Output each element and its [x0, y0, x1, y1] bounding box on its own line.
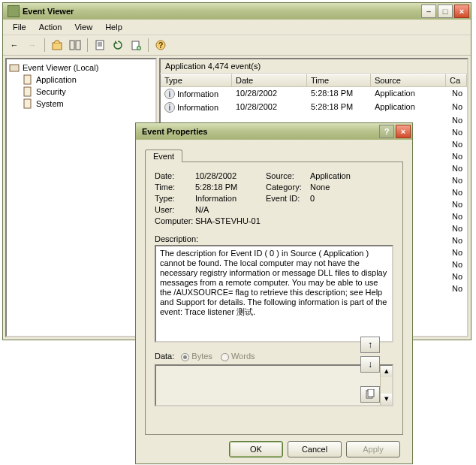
log-icon	[23, 86, 33, 97]
svg-rect-8	[10, 65, 19, 71]
radio-bytes[interactable]	[181, 353, 189, 361]
label-computer: Computer:	[155, 216, 192, 225]
copy-button[interactable]	[360, 386, 380, 403]
svg-rect-9	[24, 75, 31, 84]
tree-root[interactable]: Event Viewer (Local)	[9, 62, 153, 74]
label-source: Source:	[266, 171, 307, 180]
info-icon: i	[164, 102, 175, 113]
tree-item-system[interactable]: System	[23, 98, 153, 110]
properties-button[interactable]	[92, 37, 108, 53]
log-icon	[23, 98, 33, 109]
value-type: Information	[195, 194, 263, 203]
menu-file[interactable]: File	[8, 21, 32, 33]
data-box[interactable]: ▴ ▾	[155, 364, 393, 406]
col-source[interactable]: Source	[371, 74, 446, 87]
table-row[interactable]: iInformation10/28/20025:28:18 PMApplicat…	[161, 101, 467, 114]
svg-rect-10	[24, 87, 31, 96]
tree-pane[interactable]: Event Viewer (Local) Application Securit…	[5, 58, 157, 337]
label-time: Time:	[155, 183, 192, 192]
main-title: Event Viewer	[23, 7, 420, 16]
help-button[interactable]: ?	[152, 37, 169, 53]
col-time[interactable]: Time	[307, 74, 371, 87]
next-event-button[interactable]: ↓	[360, 356, 380, 373]
tab-event[interactable]: Event	[145, 149, 182, 162]
label-date: Date:	[155, 171, 192, 180]
col-date[interactable]: Date	[232, 74, 307, 87]
tree-item-application[interactable]: Application	[23, 74, 153, 86]
value-computer: SHA-STEVHU-01	[195, 216, 370, 225]
log-icon	[23, 74, 33, 85]
label-category: Category:	[266, 183, 307, 192]
context-help-button[interactable]: ?	[379, 125, 394, 138]
tree-item-security[interactable]: Security	[23, 86, 153, 98]
list-header: Application 4,474 event(s)	[159, 58, 468, 74]
menu-view[interactable]: View	[69, 21, 98, 33]
column-headers[interactable]: Type Date Time Source Ca	[159, 74, 468, 87]
svg-rect-1	[70, 41, 74, 50]
radio-words[interactable]	[221, 353, 229, 361]
label-description: Description:	[155, 234, 393, 243]
cancel-button[interactable]: Cancel	[288, 441, 342, 457]
show-hide-tree-button[interactable]	[67, 37, 83, 53]
toolbar: ← → ?	[3, 35, 471, 56]
svg-rect-13	[368, 389, 374, 397]
close-button[interactable]: ×	[454, 5, 469, 18]
refresh-button[interactable]	[110, 37, 126, 53]
app-icon	[8, 5, 20, 17]
apply-button[interactable]: Apply	[346, 441, 400, 457]
svg-rect-3	[96, 41, 104, 50]
main-titlebar[interactable]: Event Viewer – □ ×	[3, 3, 471, 20]
svg-rect-2	[76, 41, 80, 50]
svg-rect-11	[24, 99, 31, 108]
value-time: 5:28:18 PM	[195, 183, 263, 192]
menu-action[interactable]: Action	[34, 21, 68, 33]
info-icon: i	[164, 89, 175, 99]
dialog-titlebar[interactable]: Event Properties ? ×	[136, 123, 412, 140]
label-user: User:	[155, 205, 192, 214]
value-date: 10/28/2002	[195, 171, 263, 180]
event-properties-dialog: Event Properties ? × Event Date: 10/28/2…	[135, 122, 413, 464]
forward-button[interactable]: →	[24, 37, 41, 53]
menubar: File Action View Help	[3, 20, 471, 35]
viewer-icon	[9, 62, 20, 73]
back-button[interactable]: ←	[6, 37, 23, 53]
up-button[interactable]	[49, 37, 65, 53]
value-category: None	[310, 183, 370, 192]
label-type: Type:	[155, 194, 192, 203]
description-box[interactable]: The description for Event ID ( 0 ) in So…	[155, 245, 393, 343]
col-category[interactable]: Ca	[446, 74, 467, 87]
col-type[interactable]: Type	[161, 74, 232, 87]
export-button[interactable]	[128, 37, 144, 53]
value-source: Application	[310, 171, 370, 180]
value-eventid: 0	[310, 194, 370, 203]
prev-event-button[interactable]: ↑	[360, 337, 380, 353]
label-data: Data:	[155, 352, 174, 361]
svg-rect-0	[53, 43, 62, 50]
minimize-button[interactable]: –	[421, 5, 436, 18]
table-row[interactable]: iInformation10/28/20025:28:18 PMApplicat…	[161, 87, 467, 101]
maximize-button[interactable]: □	[438, 5, 453, 18]
label-eventid: Event ID:	[266, 194, 307, 203]
svg-text:?: ?	[158, 41, 164, 50]
dialog-title: Event Properties	[137, 127, 378, 136]
value-user: N/A	[195, 205, 370, 214]
menu-help[interactable]: Help	[100, 21, 128, 33]
dialog-close-button[interactable]: ×	[396, 125, 411, 138]
ok-button[interactable]: OK	[229, 441, 283, 457]
